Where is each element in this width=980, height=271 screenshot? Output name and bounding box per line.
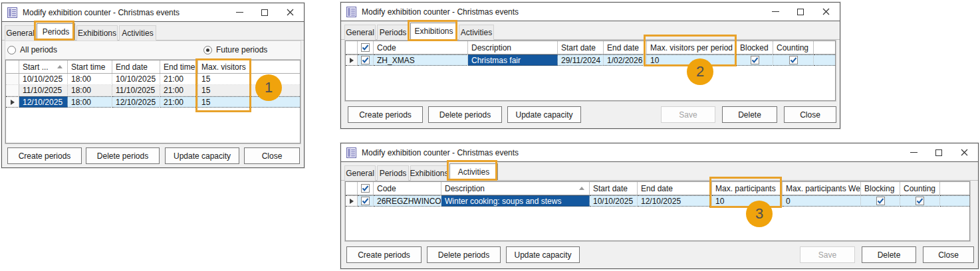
header-end-time[interactable]: End time bbox=[160, 60, 198, 73]
create-periods-button[interactable]: Create periods bbox=[7, 147, 82, 164]
cell-code[interactable]: ZH_XMAS bbox=[374, 54, 468, 66]
close-button[interactable] bbox=[277, 3, 303, 21]
delete-periods-button[interactable]: Delete periods bbox=[86, 147, 160, 164]
cell-max-participants-web[interactable]: 0 bbox=[783, 195, 861, 207]
close-button[interactable] bbox=[813, 3, 838, 21]
tab-activities[interactable]: Activities bbox=[119, 25, 156, 41]
cell-checkbox[interactable] bbox=[358, 54, 374, 66]
radio-future-periods[interactable]: Future periods bbox=[203, 45, 267, 54]
header-blocking[interactable]: Blocking bbox=[861, 182, 900, 195]
cell-end-date[interactable]: 10/10/2025 bbox=[112, 74, 160, 85]
row-selector[interactable] bbox=[6, 96, 19, 108]
cell-end-date[interactable]: 12/10/2025 bbox=[112, 96, 160, 108]
header-end-date[interactable]: End date bbox=[112, 60, 160, 73]
delete-periods-button[interactable]: Delete periods bbox=[428, 106, 502, 123]
table-row-selected[interactable]: ZH_XMAS Christmas fair 29/11/2024 1/02/2… bbox=[346, 54, 835, 66]
table-row-selected[interactable]: 12/10/2025 18:00 12/10/2025 21:00 15 bbox=[6, 96, 300, 108]
cell-blocked[interactable] bbox=[737, 54, 773, 66]
row-selector[interactable] bbox=[346, 54, 358, 66]
cell-end-time[interactable]: 21:00 bbox=[160, 85, 198, 96]
minimize-button[interactable] bbox=[901, 143, 926, 161]
cell-checkbox[interactable] bbox=[358, 195, 374, 207]
header-checkbox[interactable] bbox=[358, 41, 374, 54]
cell-blocking[interactable] bbox=[861, 195, 900, 207]
cell-description[interactable]: Winter cooking: soups and stews bbox=[441, 195, 590, 207]
titlebar[interactable]: Modify exhibition counter - Christmas ev… bbox=[341, 143, 978, 162]
row-selector[interactable] bbox=[6, 85, 19, 96]
row-selector[interactable] bbox=[346, 195, 358, 207]
header-start-date[interactable]: Start date bbox=[558, 41, 604, 54]
cell-end-date[interactable]: 1/02/2026 bbox=[604, 54, 647, 66]
tab-periods[interactable]: Periods bbox=[377, 165, 409, 181]
sort-ascending-icon bbox=[57, 65, 62, 68]
tab-periods[interactable]: Periods bbox=[377, 25, 409, 40]
header-counting[interactable]: Counting bbox=[900, 182, 940, 195]
tab-general[interactable]: General bbox=[344, 25, 376, 40]
close-dialog-button[interactable]: Close bbox=[244, 147, 300, 164]
header-end-date[interactable]: End date bbox=[604, 41, 647, 54]
maximize-button[interactable] bbox=[252, 3, 277, 21]
delete-periods-button[interactable]: Delete periods bbox=[427, 246, 501, 263]
header-blocked[interactable]: Blocked bbox=[737, 41, 773, 54]
header-checkbox[interactable] bbox=[358, 182, 374, 195]
header-max-participants-web[interactable]: Max. participants Web bbox=[783, 182, 861, 195]
tab-activities[interactable]: Activities bbox=[459, 25, 494, 40]
tab-exhibitions[interactable]: Exhibitions bbox=[410, 165, 448, 181]
update-capacity-button[interactable]: Update capacity bbox=[507, 106, 581, 123]
titlebar[interactable]: Modify exhibition counter - Christmas ev… bbox=[2, 3, 304, 22]
table-row-selected[interactable]: 26REGZHWINCO... Winter cooking: soups an… bbox=[346, 195, 969, 207]
cell-description[interactable]: Christmas fair bbox=[468, 54, 558, 66]
header-start-time[interactable]: Start time bbox=[68, 60, 112, 73]
delete-button[interactable]: Delete bbox=[862, 246, 916, 263]
row-selector[interactable] bbox=[6, 74, 19, 85]
tab-exhibitions[interactable]: Exhibitions bbox=[76, 25, 118, 41]
header-start-date[interactable]: Start date bbox=[590, 182, 638, 195]
tab-general[interactable]: General bbox=[344, 165, 376, 181]
tab-general[interactable]: General bbox=[5, 25, 36, 41]
header-description[interactable]: Description bbox=[468, 41, 558, 54]
cell-start-date[interactable]: 11/10/2025 bbox=[19, 85, 68, 96]
header-counting[interactable]: Counting bbox=[773, 41, 814, 54]
current-row-arrow-icon bbox=[11, 100, 15, 105]
checkbox-checked-icon bbox=[361, 56, 370, 64]
close-dialog-button[interactable]: Close bbox=[923, 246, 974, 263]
minimize-icon bbox=[910, 152, 918, 153]
cell-end-date[interactable]: 11/10/2025 bbox=[112, 85, 160, 96]
cell-counting[interactable] bbox=[773, 54, 814, 66]
maximize-button[interactable] bbox=[788, 3, 813, 21]
header-code[interactable]: Code bbox=[374, 182, 441, 195]
cell-counting[interactable] bbox=[900, 195, 940, 207]
header-start-date[interactable]: Start ... bbox=[19, 60, 68, 73]
update-capacity-button[interactable]: Update capacity bbox=[506, 246, 580, 263]
update-capacity-button[interactable]: Update capacity bbox=[165, 147, 239, 164]
highlight-box-max-visitors-column bbox=[195, 58, 251, 112]
cell-end-time[interactable]: 21:00 bbox=[160, 74, 198, 85]
cell-end-time[interactable]: 21:00 bbox=[160, 96, 198, 108]
titlebar[interactable]: Modify exhibition counter - Christmas ev… bbox=[341, 3, 840, 21]
cell-start-date[interactable]: 10/10/2025 bbox=[590, 195, 638, 207]
header-code[interactable]: Code bbox=[374, 41, 468, 54]
minimize-button[interactable] bbox=[227, 3, 252, 21]
save-button[interactable]: Save bbox=[800, 246, 855, 263]
cell-start-date[interactable]: 12/10/2025 bbox=[19, 96, 68, 108]
cell-start-time[interactable]: 18:00 bbox=[68, 74, 112, 85]
maximize-button[interactable] bbox=[926, 143, 951, 161]
header-description[interactable]: Description bbox=[441, 182, 590, 195]
header-end-date[interactable]: End date bbox=[638, 182, 712, 195]
minimize-button[interactable] bbox=[763, 3, 788, 21]
create-periods-button[interactable]: Create periods bbox=[346, 246, 422, 263]
window-activities: Modify exhibition counter - Christmas ev… bbox=[340, 143, 979, 269]
close-dialog-button[interactable]: Close bbox=[784, 106, 836, 123]
cell-start-date[interactable]: 29/11/2024 bbox=[558, 54, 604, 66]
delete-button[interactable]: Delete bbox=[722, 106, 777, 123]
create-periods-button[interactable]: Create periods bbox=[348, 106, 423, 123]
cell-end-date[interactable]: 12/10/2025 bbox=[638, 195, 712, 207]
cell-code[interactable]: 26REGZHWINCO... bbox=[374, 195, 441, 207]
radio-all-periods[interactable]: All periods bbox=[7, 45, 57, 54]
cell-start-date[interactable]: 10/10/2025 bbox=[19, 74, 68, 85]
close-button[interactable] bbox=[951, 143, 977, 161]
highlight-box-periods-tab bbox=[34, 21, 74, 41]
save-button[interactable]: Save bbox=[661, 106, 715, 123]
cell-start-time[interactable]: 18:00 bbox=[68, 85, 112, 96]
cell-start-time[interactable]: 18:00 bbox=[68, 96, 112, 108]
